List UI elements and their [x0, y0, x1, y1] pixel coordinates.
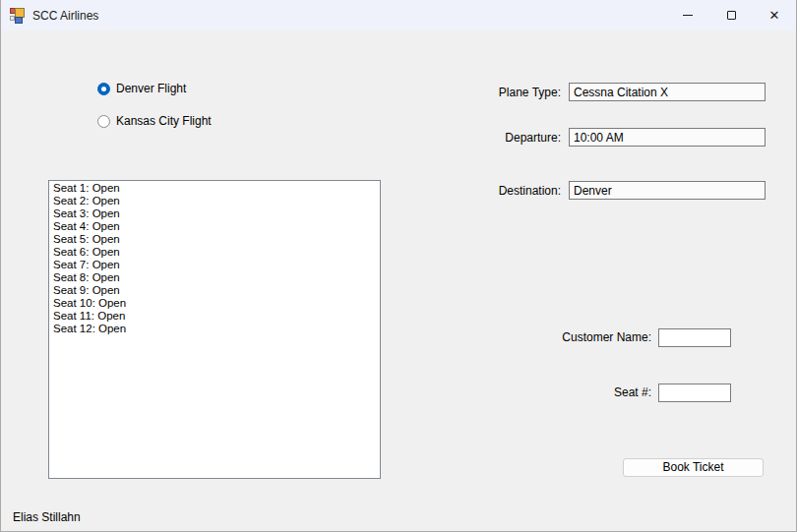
- list-item[interactable]: Seat 4: Open: [49, 220, 380, 233]
- list-item[interactable]: Seat 5: Open: [49, 233, 380, 246]
- author-label: Elias Stillahn: [13, 510, 81, 524]
- app-icon: [10, 8, 26, 24]
- plane-type-label: Plane Type:: [499, 86, 561, 99]
- maximize-icon: [727, 11, 736, 20]
- radio-denver-flight[interactable]: Denver Flight: [97, 82, 186, 95]
- list-item[interactable]: Seat 1: Open: [49, 182, 380, 195]
- seat-number-label: Seat #:: [614, 385, 651, 399]
- radio-label: Kansas City Flight: [116, 114, 212, 128]
- customer-name-input[interactable]: [658, 328, 731, 347]
- radio-icon: [97, 83, 110, 95]
- destination-label: Destination:: [499, 184, 561, 198]
- list-item[interactable]: Seat 3: Open: [49, 207, 380, 220]
- plane-type-textbox[interactable]: Cessna Citation X: [569, 83, 766, 101]
- list-item[interactable]: Seat 11: Open: [49, 310, 380, 323]
- departure-label: Departure:: [505, 131, 561, 145]
- radio-icon: [97, 115, 110, 128]
- list-item[interactable]: Seat 12: Open: [49, 323, 380, 335]
- seat-listbox[interactable]: Seat 1: OpenSeat 2: OpenSeat 3: OpenSeat…: [48, 180, 381, 479]
- radio-label: Denver Flight: [116, 82, 186, 95]
- close-button[interactable]: ✕: [753, 0, 796, 30]
- radio-kansas-city-flight[interactable]: Kansas City Flight: [97, 114, 212, 128]
- departure-textbox[interactable]: 10:00 AM: [569, 128, 766, 147]
- list-item[interactable]: Seat 2: Open: [49, 195, 380, 207]
- app-window: SCC Airlines ✕ Denver Flight Kansas City…: [0, 0, 797, 532]
- book-ticket-button[interactable]: Book Ticket: [623, 458, 764, 477]
- list-item[interactable]: Seat 10: Open: [49, 297, 380, 310]
- list-item[interactable]: Seat 9: Open: [49, 284, 380, 297]
- minimize-icon: [683, 15, 693, 16]
- customer-name-label: Customer Name:: [562, 330, 651, 344]
- minimize-button[interactable]: [666, 0, 709, 30]
- maximize-button[interactable]: [709, 0, 753, 30]
- titlebar[interactable]: SCC Airlines ✕: [1, 0, 796, 30]
- window-title: SCC Airlines: [32, 9, 98, 23]
- list-item[interactable]: Seat 7: Open: [49, 259, 380, 271]
- list-item[interactable]: Seat 8: Open: [49, 271, 380, 284]
- seat-number-input[interactable]: [658, 384, 731, 402]
- destination-textbox[interactable]: Denver: [569, 181, 766, 200]
- close-icon: ✕: [769, 9, 780, 22]
- list-item[interactable]: Seat 6: Open: [49, 246, 380, 259]
